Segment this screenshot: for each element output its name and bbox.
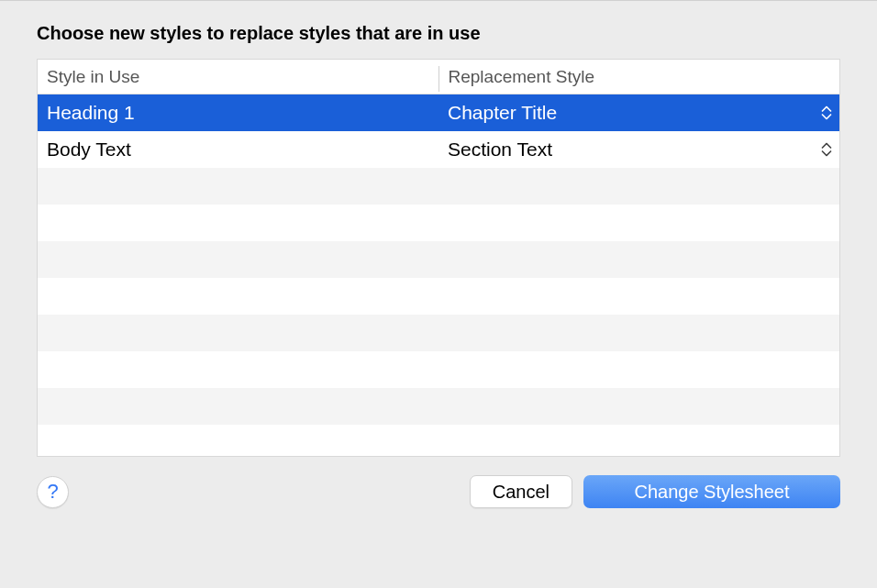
table-row-empty — [38, 351, 839, 388]
table-row-empty — [38, 205, 839, 241]
replacement-style-value: Section Text — [448, 139, 552, 161]
column-header-replacement-style[interactable]: Replacement Style — [439, 67, 840, 87]
table-row-empty — [38, 241, 839, 278]
help-button[interactable]: ? — [37, 476, 69, 508]
replacement-style-cell[interactable]: Section Text — [438, 139, 839, 161]
dialog-title: Choose new styles to replace styles that… — [37, 23, 840, 44]
dropdown-stepper-icon[interactable] — [821, 106, 832, 120]
table-row-empty — [38, 425, 839, 457]
table-body: Heading 1 Chapter Title Body Text Sectio… — [38, 94, 839, 457]
table-header: Style in Use Replacement Style — [38, 60, 839, 94]
dialog-footer: ? Cancel Change Stylesheet — [0, 457, 877, 527]
table-row[interactable]: Body Text Section Text — [38, 131, 839, 168]
style-in-use-cell: Heading 1 — [38, 102, 438, 124]
change-stylesheet-button[interactable]: Change Stylesheet — [583, 475, 840, 508]
cancel-button[interactable]: Cancel — [470, 475, 572, 508]
dialog-content: Choose new styles to replace styles that… — [0, 1, 877, 457]
help-icon: ? — [47, 480, 58, 504]
style-mapping-table: Style in Use Replacement Style Heading 1… — [37, 59, 840, 457]
table-row[interactable]: Heading 1 Chapter Title — [38, 94, 839, 131]
table-row-empty — [38, 278, 839, 315]
dropdown-stepper-icon[interactable] — [821, 143, 832, 157]
replacement-style-value: Chapter Title — [448, 102, 557, 124]
column-header-style-in-use[interactable]: Style in Use — [38, 67, 438, 87]
table-row-empty — [38, 388, 839, 425]
style-in-use-cell: Body Text — [38, 139, 438, 161]
table-row-empty — [38, 315, 839, 351]
table-row-empty — [38, 168, 839, 205]
replacement-style-cell[interactable]: Chapter Title — [438, 102, 839, 124]
